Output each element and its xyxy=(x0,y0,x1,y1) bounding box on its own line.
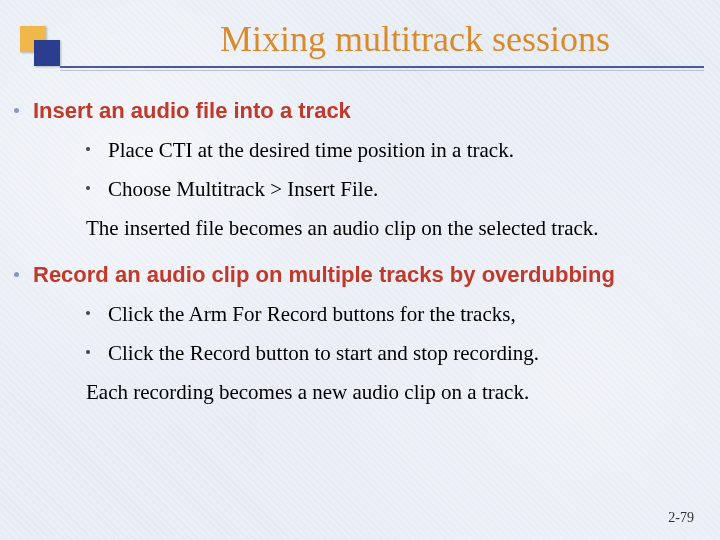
section-heading: Record an audio clip on multiple tracks … xyxy=(33,260,615,290)
sub-bullet-icon xyxy=(86,350,90,354)
slide-body: Insert an audio file into a track Place … xyxy=(14,96,696,424)
sub-bullet-icon xyxy=(86,311,90,315)
page-number: 2-79 xyxy=(668,510,694,526)
slide-title: Mixing multitrack sessions xyxy=(140,18,690,60)
bullet-icon xyxy=(14,272,19,277)
bullet-text: Click the Record button to start and sto… xyxy=(108,339,539,368)
bullet-text: Choose Multitrack > Insert File. xyxy=(108,175,378,204)
section-heading: Insert an audio file into a track xyxy=(33,96,351,126)
bullet-text: Place CTI at the desired time position i… xyxy=(108,136,514,165)
bullet-icon xyxy=(14,108,19,113)
bullet-text: Click the Arm For Record buttons for the… xyxy=(108,300,516,329)
title-underline xyxy=(60,66,704,72)
section-note: Each recording becomes a new audio clip … xyxy=(86,378,696,407)
sub-bullet-icon xyxy=(86,186,90,190)
logo-square-navy xyxy=(34,40,60,66)
sub-bullet-icon xyxy=(86,147,90,151)
section-note: The inserted file becomes an audio clip … xyxy=(86,214,696,243)
slide-logo xyxy=(20,26,64,66)
